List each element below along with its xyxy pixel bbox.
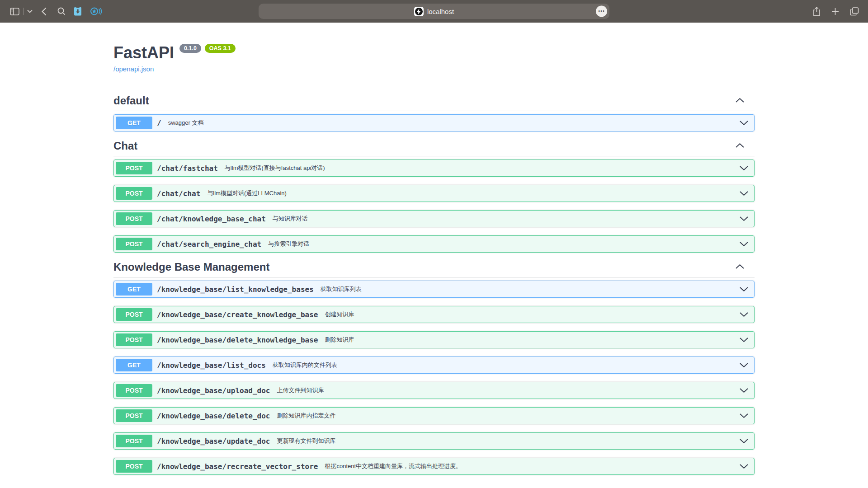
site-favicon: [414, 7, 424, 16]
endpoint-path: /chat/knowledge_base_chat: [157, 215, 266, 223]
browser-toolbar: localhost •••: [0, 0, 868, 23]
endpoint-description: swagger 文档: [168, 119, 204, 127]
endpoint-path: /knowledge_base/delete_doc: [157, 412, 270, 420]
chevron-up-icon[interactable]: [735, 263, 745, 271]
chevron-down-icon[interactable]: [739, 337, 752, 343]
section-title: Chat: [113, 140, 137, 152]
chevron-down-icon[interactable]: [739, 312, 752, 317]
endpoint-description: 更新现有文件到知识库: [277, 437, 335, 445]
endpoint-path: /knowledge_base/recreate_vector_store: [157, 462, 318, 471]
endpoint-description: 获取知识库内的文件列表: [273, 361, 337, 369]
sidebar-toggle-icon[interactable]: [10, 8, 19, 15]
extension-bookmark-icon[interactable]: [73, 6, 82, 16]
endpoint-path: /knowledge_base/upload_doc: [157, 386, 270, 395]
chevron-down-icon[interactable]: [739, 388, 752, 393]
method-badge: GET: [116, 117, 152, 129]
method-badge: POST: [116, 308, 152, 321]
method-badge: POST: [116, 384, 152, 397]
endpoint-path: /knowledge_base/update_doc: [157, 437, 270, 446]
chevron-up-icon[interactable]: [735, 142, 745, 150]
endpoint-description: 创建知识库: [325, 310, 354, 319]
endpoint-path: /: [157, 119, 161, 127]
method-badge: GET: [116, 283, 152, 296]
endpoint-path: /knowledge_base/list_docs: [157, 361, 266, 370]
address-bar[interactable]: localhost •••: [259, 4, 609, 19]
endpoint-description: 与llm模型对话(直接与fastchat api对话): [225, 164, 325, 172]
sidebar-chevron-down-icon[interactable]: [27, 9, 33, 13]
endpoint-row[interactable]: POST /knowledge_base/delete_knowledge_ba…: [113, 331, 755, 348]
endpoint-description: 与知识库对话: [273, 215, 308, 223]
endpoint-description: 根据content中文档重建向量库，流式输出处理进度。: [325, 462, 462, 470]
endpoint-path: /knowledge_base/create_knowledge_base: [157, 310, 318, 319]
endpoint-row[interactable]: GET /knowledge_base/list_knowledge_bases…: [113, 281, 755, 298]
tab-overview-icon[interactable]: [850, 7, 859, 16]
chevron-up-icon[interactable]: [735, 97, 745, 105]
endpoint-path: /chat/search_engine_chat: [157, 240, 261, 249]
toolbar-separator: [24, 8, 24, 15]
endpoint-description: 获取知识库列表: [321, 285, 362, 293]
method-badge: POST: [116, 460, 152, 473]
endpoint-row[interactable]: POST /knowledge_base/create_knowledge_ba…: [113, 306, 755, 323]
endpoint-description: 上传文件到知识库: [277, 386, 324, 394]
section-header-chat[interactable]: Chat: [113, 140, 755, 156]
endpoint-row[interactable]: POST /chat/chat 与llm模型对话(通过LLMChain): [113, 185, 755, 202]
method-badge: POST: [116, 187, 152, 200]
endpoint-path: /chat/chat: [157, 189, 200, 198]
chevron-down-icon[interactable]: [739, 464, 752, 469]
method-badge: POST: [116, 409, 152, 422]
chevron-down-icon[interactable]: [739, 241, 752, 247]
endpoint-row[interactable]: GET / swagger 文档: [113, 114, 755, 131]
page-title: FastAPI: [113, 43, 174, 62]
endpoint-row[interactable]: POST /knowledge_base/delete_doc 删除知识库内指定…: [113, 407, 755, 424]
section-header-knowledge-base[interactable]: Knowledge Base Management: [113, 261, 755, 277]
new-tab-icon[interactable]: [831, 8, 839, 15]
chevron-down-icon[interactable]: [739, 362, 752, 368]
section-chat: Chat POST /chat/fastchat 与llm模型对话(直接与fas…: [113, 140, 755, 253]
swagger-page: FastAPI0.1.0OAS 3.1 /openapi.json defaul…: [0, 23, 868, 488]
openapi-spec-link[interactable]: /openapi.json: [113, 65, 755, 73]
endpoint-description: 删除知识库内指定文件: [277, 412, 335, 420]
chevron-down-icon[interactable]: [739, 438, 752, 444]
endpoint-path: /knowledge_base/list_knowledge_bases: [157, 285, 314, 294]
endpoint-description: 删除知识库: [325, 336, 354, 344]
api-info: FastAPI0.1.0OAS 3.1 /openapi.json: [113, 43, 755, 73]
endpoint-row[interactable]: GET /knowledge_base/list_docs 获取知识库内的文件列…: [113, 357, 755, 374]
method-badge: POST: [116, 212, 152, 225]
share-icon[interactable]: [813, 7, 821, 16]
endpoint-description: 与搜索引擎对话: [268, 240, 309, 248]
method-badge: POST: [116, 435, 152, 447]
section-title: default: [113, 94, 149, 107]
endpoint-description: 与llm模型对话(通过LLMChain): [207, 189, 287, 197]
method-badge: POST: [116, 238, 152, 250]
endpoint-row[interactable]: POST /knowledge_base/upload_doc 上传文件到知识库: [113, 382, 755, 399]
endpoint-row[interactable]: POST /chat/fastchat 与llm模型对话(直接与fastchat…: [113, 160, 755, 177]
section-header-default[interactable]: default: [113, 94, 755, 111]
oas-badge: OAS 3.1: [205, 44, 236, 53]
address-text: localhost: [427, 8, 454, 15]
section-title: Knowledge Base Management: [113, 261, 269, 273]
section-knowledge-base: Knowledge Base Management GET /knowledge…: [113, 261, 755, 475]
back-icon[interactable]: [42, 7, 47, 16]
method-badge: GET: [116, 359, 152, 371]
endpoint-path: /chat/fastchat: [157, 164, 218, 173]
version-badge: 0.1.0: [179, 44, 201, 53]
chevron-down-icon[interactable]: [739, 413, 752, 418]
chevron-down-icon[interactable]: [739, 165, 752, 171]
endpoint-row[interactable]: POST /chat/search_engine_chat 与搜索引擎对话: [113, 235, 755, 253]
chevron-down-icon[interactable]: [739, 286, 752, 292]
method-badge: POST: [116, 333, 152, 346]
endpoint-row[interactable]: POST /knowledge_base/update_doc 更新现有文件到知…: [113, 432, 755, 450]
method-badge: POST: [116, 162, 152, 174]
page-more-icon[interactable]: •••: [596, 6, 607, 17]
search-icon[interactable]: [57, 7, 66, 15]
endpoint-row[interactable]: POST /chat/knowledge_base_chat 与知识库对话: [113, 210, 755, 227]
chevron-down-icon[interactable]: [739, 216, 752, 221]
chevron-down-icon[interactable]: [739, 120, 752, 126]
endpoint-row[interactable]: POST /knowledge_base/recreate_vector_sto…: [113, 458, 755, 475]
endpoint-path: /knowledge_base/delete_knowledge_base: [157, 336, 318, 344]
section-default: default GET / swagger 文档: [113, 94, 755, 131]
chevron-down-icon[interactable]: [739, 191, 752, 196]
extension-waves-icon[interactable]: [90, 7, 102, 16]
